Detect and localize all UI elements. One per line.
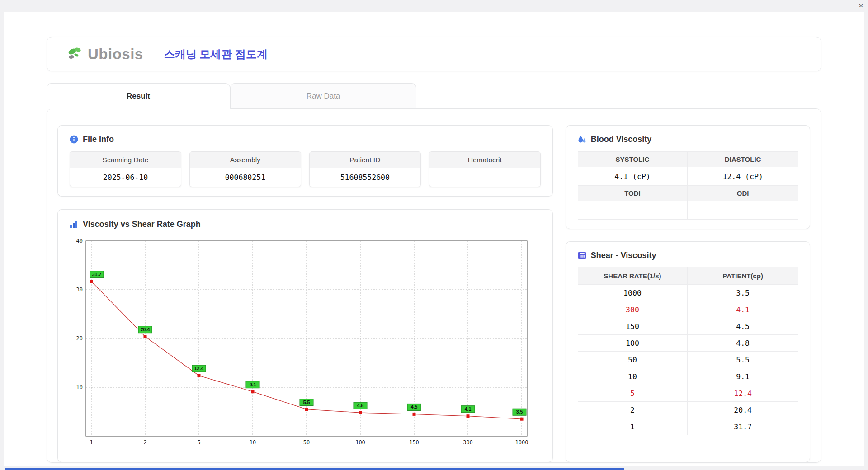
- main-content-card: File Info Scanning Date 2025-06-10 Assem…: [47, 108, 821, 463]
- shear-table-row: 150 4.5: [578, 318, 798, 335]
- svg-text:31.7: 31.7: [92, 272, 102, 277]
- info-icon: [70, 135, 78, 144]
- patient-value: 5.5: [688, 352, 798, 368]
- blood-droplet-icon: [578, 135, 586, 144]
- svg-text:5.5: 5.5: [303, 400, 310, 405]
- grid-table-icon: [578, 251, 586, 260]
- shear-rate-value: 1000: [578, 285, 688, 301]
- svg-text:1: 1: [90, 439, 93, 446]
- close-button[interactable]: ✕: [859, 2, 863, 9]
- patient-value: 12.4: [688, 385, 798, 401]
- shear-table-row: 10 9.1: [578, 368, 798, 385]
- patient-value: 4.8: [688, 335, 798, 351]
- field-label: Assembly: [190, 152, 301, 168]
- shear-rate-value: 150: [578, 318, 688, 334]
- todi-value: –: [578, 201, 688, 220]
- svg-text:9.1: 9.1: [250, 382, 256, 387]
- patient-value: 9.1: [688, 368, 798, 385]
- chart-svg: 125105010015030010001020304031.720.412.4…: [70, 235, 535, 448]
- field-value: 000680251: [190, 168, 301, 187]
- patient-value: 3.5: [688, 285, 798, 301]
- header-card: Ubiosis 스캐닝 모세관 점도계: [47, 37, 821, 71]
- shear-rate-value: 50: [578, 352, 688, 368]
- right-column: Blood Viscosity SYSTOLIC DIASTOLIC 4.1 (…: [566, 125, 810, 462]
- field-value: 51608552600: [310, 168, 420, 187]
- shear-table-row: 300 4.1: [578, 301, 798, 318]
- app-window: Ubiosis 스캐닝 모세관 점도계 Result Raw Data File…: [4, 12, 864, 466]
- diastolic-value: 12.4 (cP): [688, 167, 798, 186]
- bar-chart-icon: [70, 220, 78, 229]
- svg-text:50: 50: [303, 439, 310, 446]
- svg-text:4.1: 4.1: [465, 406, 472, 412]
- svg-text:2: 2: [143, 439, 146, 446]
- shear-table-row: 1000 3.5: [578, 285, 798, 301]
- left-column: File Info Scanning Date 2025-06-10 Assem…: [57, 125, 553, 462]
- todi-header: TODI: [578, 186, 688, 201]
- shear-table-row: 2 20.4: [578, 402, 798, 418]
- odi-value: –: [688, 201, 798, 220]
- graph-title: Viscosity vs Shear Rate Graph: [83, 220, 201, 229]
- file-info-field: Assembly 000680251: [189, 151, 301, 187]
- app-title: 스캐닝 모세관 점도계: [164, 47, 268, 61]
- patient-column-header: PATIENT(cp): [688, 267, 798, 284]
- bottom-progress-bar: [5, 468, 624, 470]
- field-label: Hematocrit: [429, 152, 540, 168]
- tab-result[interactable]: Result: [47, 83, 230, 109]
- shear-viscosity-card: Shear - Viscosity SHEAR RATE(1/s) PATIEN…: [566, 241, 810, 462]
- field-label: Patient ID: [310, 152, 420, 168]
- shear-table-row: 100 4.8: [578, 335, 798, 352]
- file-info-title: File Info: [83, 135, 114, 144]
- tab-bar: Result Raw Data: [47, 83, 864, 109]
- shear-viscosity-title: Shear - Viscosity: [591, 251, 656, 260]
- shear-viscosity-table: SHEAR RATE(1/s) PATIENT(cp) 1000 3.5 300…: [578, 267, 798, 435]
- shear-rate-value: 5: [578, 385, 688, 401]
- shear-table-row: 50 5.5: [578, 352, 798, 368]
- shear-rate-column-header: SHEAR RATE(1/s): [578, 267, 688, 284]
- viscosity-chart: 125105010015030010001020304031.720.412.4…: [70, 235, 535, 450]
- odi-header: ODI: [688, 186, 798, 201]
- patient-value: 4.5: [688, 318, 798, 334]
- shear-rate-value: 1: [578, 418, 688, 435]
- shear-rate-value: 2: [578, 402, 688, 418]
- patient-value: 31.7: [688, 418, 798, 435]
- shear-rate-value: 10: [578, 368, 688, 385]
- graph-card: Viscosity vs Shear Rate Graph 1251050100…: [57, 209, 553, 462]
- svg-text:20: 20: [76, 335, 83, 342]
- svg-text:40: 40: [76, 238, 83, 244]
- svg-text:150: 150: [409, 439, 419, 446]
- file-info-card: File Info Scanning Date 2025-06-10 Assem…: [57, 125, 553, 197]
- svg-text:12.4: 12.4: [194, 366, 204, 371]
- diastolic-header: DIASTOLIC: [688, 152, 798, 167]
- tab-raw-data[interactable]: Raw Data: [230, 83, 416, 109]
- blood-viscosity-title: Blood Viscosity: [591, 135, 652, 144]
- svg-text:4.8: 4.8: [357, 403, 364, 408]
- svg-text:10: 10: [250, 439, 256, 446]
- file-info-field: Hematocrit: [429, 151, 541, 187]
- systolic-header: SYSTOLIC: [578, 152, 688, 167]
- svg-text:1000: 1000: [515, 439, 528, 446]
- file-info-field: Patient ID 51608552600: [309, 151, 421, 187]
- field-label: Scanning Date: [70, 152, 181, 168]
- patient-value: 20.4: [688, 402, 798, 418]
- patient-value: 4.1: [688, 301, 798, 318]
- svg-text:300: 300: [463, 439, 473, 446]
- svg-text:30: 30: [76, 287, 83, 293]
- svg-text:4.5: 4.5: [411, 404, 418, 409]
- logo-text: Ubiosis: [88, 46, 143, 63]
- blood-viscosity-card: Blood Viscosity SYSTOLIC DIASTOLIC 4.1 (…: [566, 125, 810, 229]
- systolic-value: 4.1 (cP): [578, 167, 688, 186]
- ubiosis-logo: Ubiosis: [67, 46, 143, 63]
- shear-rate-value: 300: [578, 301, 688, 318]
- field-value: [429, 168, 540, 187]
- shear-table-header: SHEAR RATE(1/s) PATIENT(cp): [578, 267, 798, 285]
- field-value: 2025-06-10: [70, 168, 181, 187]
- svg-text:20.4: 20.4: [141, 327, 150, 332]
- leaf-logo-icon: [67, 46, 85, 62]
- svg-text:10: 10: [76, 384, 83, 390]
- shear-table-row: 1 31.7: [578, 418, 798, 435]
- file-info-field: Scanning Date 2025-06-10: [70, 151, 181, 187]
- blood-viscosity-table: SYSTOLIC DIASTOLIC 4.1 (cP) 12.4 (cP) TO…: [578, 151, 798, 220]
- shear-table-row: 5 12.4: [578, 385, 798, 402]
- svg-text:5: 5: [197, 439, 200, 446]
- svg-text:100: 100: [355, 439, 365, 446]
